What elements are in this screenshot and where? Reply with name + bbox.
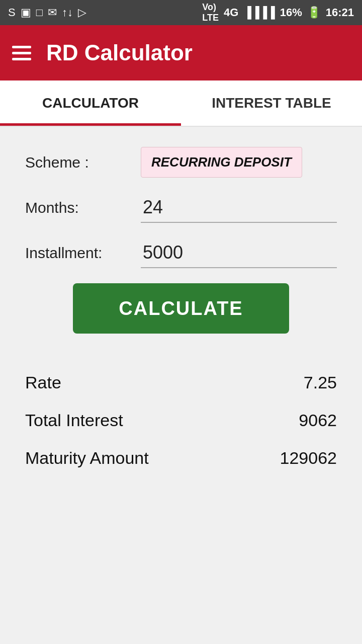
rate-row: Rate 7.25	[25, 364, 337, 401]
signal-bars-icon: ▐▐▐▐	[243, 6, 275, 19]
wifi-icon: □	[36, 6, 43, 19]
months-label: Months:	[25, 199, 141, 216]
months-input[interactable]	[141, 193, 337, 223]
months-row: Months:	[25, 193, 337, 223]
tab-bar: CALCULATOR INTEREST TABLE	[0, 80, 362, 127]
scheme-label: Scheme :	[25, 154, 141, 171]
maturity-amount-row: Maturity Amount 129062	[25, 439, 337, 477]
hamburger-menu-icon[interactable]	[12, 46, 31, 60]
battery-icon: 🔋	[307, 6, 321, 19]
installment-input[interactable]	[141, 238, 337, 268]
rate-label: Rate	[25, 373, 61, 392]
status-bar-left-icons: S ▣ □ ✉ ↑↓ ▷	[8, 6, 86, 19]
status-bar-right-info: Vo)LTE 4G ▐▐▐▐ 16% 🔋 16:21	[202, 2, 354, 23]
image-icon: ▣	[21, 6, 31, 19]
total-interest-label: Total Interest	[25, 411, 123, 430]
results-section: Rate 7.25 Total Interest 9062 Maturity A…	[25, 359, 337, 482]
scheme-row: Scheme : RECURRING DEPOSIT	[25, 147, 337, 178]
status-bar: S ▣ □ ✉ ↑↓ ▷ Vo)LTE 4G ▐▐▐▐ 16% 🔋 16:21	[0, 0, 362, 25]
4g-icon: 4G	[224, 6, 238, 19]
installment-label: Installment:	[25, 245, 141, 262]
forward-icon: ▷	[78, 6, 86, 19]
installment-row: Installment:	[25, 238, 337, 268]
total-interest-row: Total Interest 9062	[25, 401, 337, 439]
maturity-amount-label: Maturity Amount	[25, 448, 149, 468]
time-display: 16:21	[326, 6, 354, 19]
rate-value: 7.25	[304, 373, 337, 392]
maturity-amount-value: 129062	[280, 448, 337, 468]
calculate-button[interactable]: CALCULATE	[73, 283, 289, 334]
app-title: RD Calculator	[46, 40, 193, 65]
skype-icon: S	[8, 6, 16, 19]
network-icon: Vo)LTE	[202, 2, 219, 23]
battery-percent: 16%	[280, 6, 302, 19]
main-content: Scheme : RECURRING DEPOSIT Months: Insta…	[0, 127, 362, 640]
tab-calculator[interactable]: CALCULATOR	[0, 80, 181, 126]
app-bar: RD Calculator	[0, 25, 362, 80]
tab-interest-table[interactable]: INTEREST TABLE	[181, 80, 362, 126]
message-icon: ✉	[48, 6, 57, 19]
signal1-icon: ↑↓	[62, 6, 73, 19]
total-interest-value: 9062	[299, 411, 337, 430]
scheme-dropdown[interactable]: RECURRING DEPOSIT	[141, 147, 302, 178]
